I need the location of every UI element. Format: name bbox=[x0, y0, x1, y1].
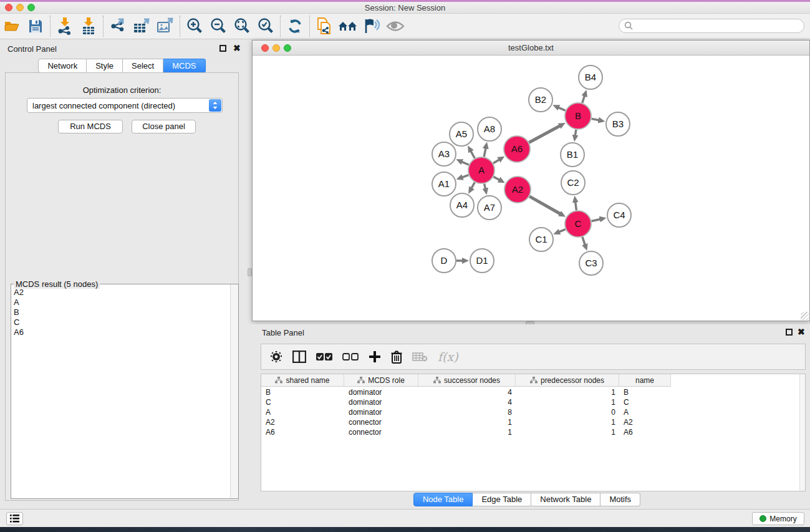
node-A1[interactable]: A1 bbox=[432, 172, 456, 196]
node-C2[interactable]: C2 bbox=[561, 171, 585, 195]
table-row[interactable]: Bdominator41B bbox=[261, 387, 805, 397]
node-C1[interactable]: C1 bbox=[529, 228, 553, 251]
network-window-titlebar[interactable]: testGlobe.txt bbox=[253, 41, 809, 56]
criterion-dropdown[interactable]: largest connected component (directed) bbox=[27, 98, 223, 113]
first-neighbors-button[interactable] bbox=[336, 16, 360, 37]
node-A6[interactable]: A6 bbox=[504, 136, 530, 162]
table-cell[interactable]: 8 bbox=[418, 407, 516, 417]
open-session-button[interactable] bbox=[0, 16, 24, 37]
tab-select[interactable]: Select bbox=[123, 59, 163, 73]
column-header-predecessor-nodes[interactable]: predecessor nodes bbox=[516, 374, 619, 387]
table-row[interactable]: A2connector11A2 bbox=[261, 417, 805, 427]
edge-B-B2[interactable] bbox=[558, 107, 565, 110]
zoom-out-button[interactable] bbox=[206, 16, 230, 37]
table-cell[interactable]: dominator bbox=[344, 387, 418, 397]
edge-A-A6[interactable] bbox=[493, 160, 499, 163]
table-cell[interactable]: 1 bbox=[418, 427, 516, 437]
edge-A-A3[interactable] bbox=[461, 162, 468, 165]
column-header-successor-nodes[interactable]: successor nodes bbox=[418, 374, 516, 387]
hide-selected-button[interactable] bbox=[360, 16, 383, 37]
mcds-list-scrollbar[interactable] bbox=[230, 284, 238, 498]
search-field[interactable] bbox=[619, 19, 804, 33]
unselect-all-columns-button[interactable] bbox=[342, 352, 359, 361]
node-A7[interactable]: A7 bbox=[478, 196, 501, 220]
delete-table-button[interactable] bbox=[412, 352, 428, 362]
float-table-panel-icon[interactable] bbox=[786, 329, 793, 336]
tab-motifs[interactable]: Motifs bbox=[600, 493, 640, 506]
column-header-mcds-role[interactable]: MCDS role bbox=[344, 374, 418, 387]
mcds-result-list[interactable]: A2ABCA6 bbox=[11, 286, 231, 498]
tab-network-table[interactable]: Network Table bbox=[531, 493, 600, 506]
mcds-result-item[interactable]: B bbox=[14, 307, 228, 317]
edge-B-B1[interactable] bbox=[575, 130, 576, 136]
node-C3[interactable]: C3 bbox=[579, 251, 603, 275]
edge-C-C2[interactable] bbox=[576, 202, 577, 210]
node-C4[interactable]: C4 bbox=[607, 203, 631, 227]
clone-network-button[interactable] bbox=[312, 16, 336, 37]
table-cell[interactable]: connector bbox=[344, 427, 418, 437]
import-table-button[interactable] bbox=[77, 16, 100, 37]
table-cell[interactable]: 1 bbox=[516, 417, 619, 427]
node-B2[interactable]: B2 bbox=[529, 88, 552, 112]
node-A[interactable]: A bbox=[468, 157, 494, 183]
node-A2[interactable]: A2 bbox=[504, 177, 531, 203]
show-all-button[interactable] bbox=[383, 16, 407, 37]
close-panel-icon[interactable]: ✖ bbox=[233, 43, 241, 53]
table-cell[interactable]: dominator bbox=[344, 397, 418, 407]
node-A4[interactable]: A4 bbox=[450, 193, 474, 217]
zoom-selected-button[interactable] bbox=[254, 16, 277, 37]
table-cell[interactable]: 1 bbox=[516, 397, 619, 407]
edge-C-C1[interactable] bbox=[559, 230, 566, 232]
export-network-button[interactable] bbox=[106, 16, 130, 37]
save-session-button[interactable] bbox=[24, 16, 47, 37]
edge-A-A8[interactable] bbox=[484, 148, 486, 157]
table-cell[interactable]: dominator bbox=[344, 407, 418, 417]
memory-button[interactable]: Memory bbox=[752, 512, 804, 525]
create-column-button[interactable] bbox=[369, 351, 381, 363]
table-cell[interactable]: C bbox=[619, 397, 671, 407]
show-column-panel-button[interactable] bbox=[292, 351, 306, 363]
table-cell[interactable]: B bbox=[261, 387, 344, 397]
edge-C-C3[interactable] bbox=[582, 237, 585, 245]
tab-network[interactable]: Network bbox=[38, 59, 87, 73]
table-row[interactable]: Cdominator41C bbox=[261, 397, 805, 407]
export-image-button[interactable] bbox=[153, 16, 177, 37]
mcds-result-item[interactable]: A6 bbox=[14, 327, 228, 337]
table-cell[interactable]: A6 bbox=[619, 427, 671, 437]
edge-A-A4[interactable] bbox=[471, 182, 475, 188]
table-cell[interactable]: A bbox=[261, 407, 344, 417]
edge-A-A5[interactable] bbox=[471, 151, 475, 158]
table-cell[interactable]: 1 bbox=[418, 417, 516, 427]
table-cell[interactable]: A bbox=[619, 407, 671, 417]
table-cell[interactable]: 4 bbox=[418, 387, 516, 397]
mcds-result-item[interactable]: C bbox=[14, 317, 228, 327]
column-header-name[interactable]: name bbox=[619, 374, 671, 387]
node-B[interactable]: B bbox=[565, 103, 591, 129]
edge-C-C4[interactable] bbox=[592, 219, 600, 221]
task-history-button[interactable] bbox=[6, 512, 23, 525]
edge-A6-B[interactable] bbox=[529, 126, 560, 143]
table-cell[interactable]: 0 bbox=[516, 407, 619, 417]
zoom-fit-button[interactable] bbox=[230, 16, 254, 37]
resize-grip-icon[interactable] bbox=[801, 312, 809, 320]
node-A5[interactable]: A5 bbox=[450, 122, 473, 146]
table-cell[interactable]: A6 bbox=[261, 427, 344, 437]
node-B3[interactable]: B3 bbox=[606, 112, 630, 136]
table-cell[interactable]: 1 bbox=[516, 427, 619, 437]
edge-B-B4[interactable] bbox=[582, 96, 585, 104]
tab-mcds[interactable]: MCDS bbox=[163, 59, 205, 73]
node-A8[interactable]: A8 bbox=[478, 117, 501, 141]
mcds-result-item[interactable]: A2 bbox=[14, 288, 228, 297]
table-scrollbar[interactable] bbox=[799, 374, 805, 491]
float-panel-icon[interactable] bbox=[219, 45, 226, 52]
mcds-result-item[interactable]: A bbox=[14, 297, 228, 307]
tab-edge-table[interactable]: Edge Table bbox=[473, 493, 531, 506]
table-row[interactable]: Adominator80A bbox=[261, 407, 805, 417]
node-D[interactable]: D bbox=[432, 249, 456, 273]
node-A3[interactable]: A3 bbox=[432, 142, 456, 166]
edge-B-B3[interactable] bbox=[592, 118, 599, 120]
import-network-button[interactable] bbox=[53, 16, 77, 37]
close-table-panel-icon[interactable]: ✖ bbox=[798, 327, 805, 337]
vertical-splitter-handle[interactable] bbox=[248, 268, 252, 276]
edge-A-A1[interactable] bbox=[462, 175, 468, 178]
